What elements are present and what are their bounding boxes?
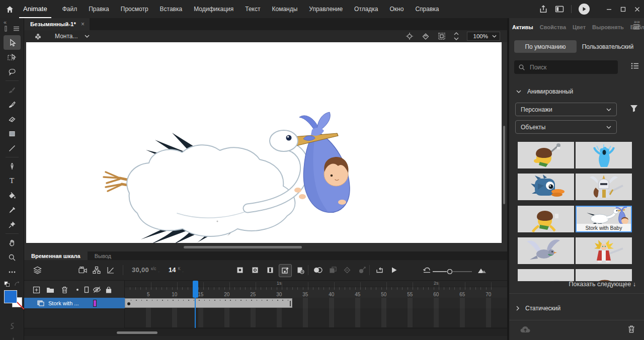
play-button[interactable] [388,264,400,276]
add-folder-button[interactable] [45,285,55,295]
layer-outline-color-chip[interactable] [93,300,97,307]
lasso-tool[interactable] [4,64,21,79]
menu-text[interactable]: Текст [245,6,260,13]
asset-thumb-blue-bird[interactable] [518,174,574,200]
zoom-level-select[interactable]: 100% [467,32,500,41]
asset-warp-tool[interactable] [4,217,21,232]
insert-keyframe-button[interactable] [234,264,246,276]
timeline-scrollbar[interactable] [117,331,157,334]
asset-thumb-partial-2[interactable] [576,269,632,281]
onion-skin-button[interactable] [312,264,324,276]
outline-view-button[interactable] [82,285,92,295]
share-button[interactable] [539,5,548,14]
search-input[interactable] [529,63,614,71]
mode-custom-button[interactable]: Пользовательский [577,40,639,53]
menu-window[interactable]: Окно [390,6,404,13]
menu-help[interactable]: Справка [415,6,439,13]
frame-ruler[interactable]: 1s2s 510152025303540455055606570 [125,281,507,298]
asset-thumb-knight[interactable] [576,174,632,200]
reset-timeline-zoom-button[interactable] [421,264,433,276]
minimize-button[interactable] [602,2,616,17]
playhead-handle[interactable] [193,281,198,298]
lock-layers-button[interactable] [104,285,114,295]
asset-thumb-crier[interactable] [576,142,632,168]
collapse-tools-button[interactable]: « [4,19,7,25]
create-tween-button[interactable] [341,264,353,276]
default-colors-button[interactable] [4,281,10,287]
test-movie-button[interactable] [579,4,590,15]
asset-thumb-warrior[interactable] [576,237,632,264]
panel-menu-button[interactable] [633,24,640,30]
line-tool[interactable] [4,141,21,155]
delete-layer-button[interactable] [59,285,69,295]
list-view-button[interactable] [631,62,639,69]
tab-output[interactable]: Вывод [88,251,118,260]
menu-modify[interactable]: Модификация [194,6,233,13]
paint-bucket-tool[interactable] [4,188,21,203]
camera-button[interactable] [76,264,89,276]
home-button[interactable] [0,0,19,18]
close-button[interactable] [630,2,644,17]
mode-default-button[interactable]: По умолчанию [514,40,577,53]
menu-insert[interactable]: Вставка [160,6,183,13]
toolbar-menu-icon[interactable] [13,26,20,31]
current-frame-field[interactable]: 14 [169,266,176,274]
scene-selector[interactable]: Монта... [55,33,90,40]
more-tools-button[interactable] [4,265,21,279]
fluid-brush-tool[interactable] [4,82,21,97]
stage-canvas[interactable] [26,42,502,243]
workspace-button[interactable] [555,5,564,13]
tween-options-button[interactable] [356,264,368,276]
delete-asset-button[interactable] [628,325,635,333]
hide-layers-button[interactable] [92,285,102,295]
frames-empty-area[interactable] [125,308,507,328]
asset-thumb-stork-with-baby[interactable]: Stork with Baby [576,206,632,232]
edit-multiple-frames-button[interactable] [327,264,339,276]
close-document-icon[interactable]: × [81,21,85,28]
section-animated[interactable]: Анимированный [516,88,573,95]
insert-frame-button[interactable] [264,264,276,276]
fps-field[interactable]: 30,00 [132,266,149,274]
insert-blank-keyframe-button[interactable] [249,264,261,276]
menu-control[interactable]: Управление [309,6,343,13]
asset-thumb-caveman-run[interactable] [518,206,574,232]
hand-tool[interactable] [4,235,21,250]
clip-content-button[interactable] [438,32,446,40]
frame-span[interactable] [125,298,292,308]
playhead-line[interactable] [195,298,196,328]
tab-align[interactable]: Выровнять [592,24,624,30]
asset-search[interactable] [514,60,618,74]
selection-tool[interactable] [4,35,21,50]
auto-keyframe-button[interactable] [279,264,292,277]
remove-frames-button[interactable] [294,264,306,276]
snap-tool[interactable] [4,333,21,340]
keyframe-dot[interactable] [127,302,130,305]
objects-dropdown[interactable]: Объекты [515,120,617,134]
tab-timeline[interactable]: Временная шкала [24,251,88,260]
rotation-tool-button[interactable] [422,32,430,40]
asset-thumb-pigeon[interactable] [518,237,574,264]
maximize-button[interactable] [616,2,630,17]
fit-timeline-button[interactable] [476,264,488,276]
app-name[interactable]: Animate [19,0,51,18]
tab-properties[interactable]: Свойства [540,24,566,30]
graph-editor-button[interactable] [105,264,117,276]
stage-vertical-scrollbar[interactable] [503,126,505,204]
toolbar-drag-icon[interactable] [4,26,8,32]
fill-color-swatch[interactable] [4,290,17,303]
center-stage-button[interactable] [406,32,414,40]
asset-thumb-caveman[interactable] [518,142,574,168]
eyedropper-tool[interactable] [4,203,21,217]
layer-frames-track[interactable] [125,298,507,308]
show-next-link[interactable]: Показать следующее ↓ [569,281,636,288]
eraser-tool[interactable] [4,112,21,126]
menu-view[interactable]: Просмотр [121,6,148,13]
swap-colors-button[interactable] [14,281,20,287]
layers-panel-button[interactable] [31,264,43,276]
pen-tool[interactable] [4,159,21,174]
parenting-view-button[interactable] [91,264,103,276]
characters-dropdown[interactable]: Персонажи [515,103,617,116]
tab-color[interactable]: Цвет [573,24,586,30]
loop-playback-button[interactable] [373,264,385,276]
add-layer-button[interactable] [31,285,41,295]
